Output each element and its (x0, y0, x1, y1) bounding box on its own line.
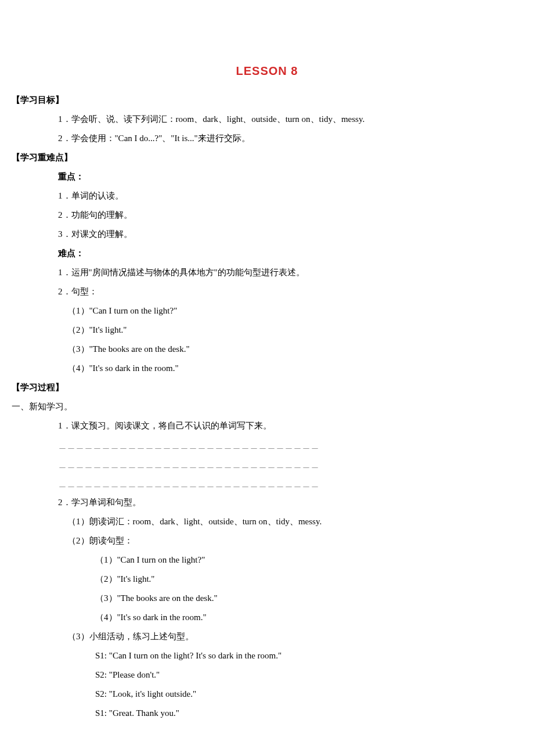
process-p2: 2．学习单词和句型。 (58, 493, 476, 512)
process-p2-sub1: （1）朗读词汇：room、dark、light、outside、turn on、… (67, 512, 476, 531)
keypoints-nan-sub-2: （2）"It's light." (67, 321, 476, 340)
blank-line-3: ＿＿＿＿＿＿＿＿＿＿＿＿＿＿＿＿＿＿＿＿＿＿＿＿＿＿＿＿＿＿ (58, 474, 476, 493)
process-p2-sub2-line-4: （4）"It's so dark in the room." (95, 608, 476, 627)
keypoints-zhong-label: 重点： (58, 167, 476, 186)
lesson-title: LESSON 8 (58, 58, 476, 84)
blank-line-2: ＿＿＿＿＿＿＿＿＿＿＿＿＿＿＿＿＿＿＿＿＿＿＿＿＿＿＿＿＿＿ (58, 455, 476, 474)
keypoints-nan-2: 2．句型： (58, 282, 476, 301)
keypoints-nan-label: 难点： (58, 244, 476, 263)
process-p2-sub3-line-1: S1: "Can I turn on the light? It's so da… (95, 646, 476, 665)
keypoints-nan-sub-4: （4）"It's so dark in the room." (67, 359, 476, 378)
section-heading-objectives: 【学习目标】 (12, 91, 476, 110)
process-p2-sub2-line-3: （3）"The books are on the desk." (95, 589, 476, 608)
keypoints-zhong-1: 1．单词的认读。 (58, 186, 476, 206)
keypoints-zhong-2: 2．功能句的理解。 (58, 206, 476, 225)
process-p2-sub2: （2）朗读句型： (67, 531, 476, 550)
process-p1: 1．课文预习。阅读课文，将自己不认识的单词写下来。 (58, 416, 476, 435)
process-p2-sub2-line-2: （2）"It's light." (95, 570, 476, 589)
process-top: 一、新知学习。 (12, 397, 476, 416)
objective-line-2: 2．学会使用："Can I do...?"、"It is..."来进行交际。 (58, 129, 476, 148)
process-p2-sub3-line-2: S2: "Please don't." (95, 665, 476, 685)
objective-line-1: 1．学会听、说、读下列词汇：room、dark、light、outside、tu… (58, 110, 476, 129)
process-p2-sub3-line-3: S2: "Look, it's light outside." (95, 685, 476, 704)
blank-line-1: ＿＿＿＿＿＿＿＿＿＿＿＿＿＿＿＿＿＿＿＿＿＿＿＿＿＿＿＿＿＿ (58, 435, 476, 455)
section-heading-process: 【学习过程】 (12, 378, 476, 397)
keypoints-nan-sub-3: （3）"The books are on the desk." (67, 340, 476, 359)
document-page: LESSON 8 【学习目标】 1．学会听、说、读下列词汇：room、dark、… (0, 0, 534, 756)
keypoints-zhong-3: 3．对课文的理解。 (58, 225, 476, 244)
process-p2-sub3: （3）小组活动，练习上述句型。 (67, 627, 476, 646)
section-heading-keypoints: 【学习重难点】 (12, 148, 476, 167)
process-p2-sub2-line-1: （1）"Can I turn on the light?" (95, 550, 476, 570)
keypoints-nan-sub-1: （1）"Can I turn on the light?" (67, 301, 476, 321)
process-p2-sub3-line-4: S1: "Great. Thank you." (95, 704, 476, 723)
keypoints-nan-1: 1．运用"房间情况描述与物体的具体地方"的功能句型进行表述。 (58, 263, 476, 282)
